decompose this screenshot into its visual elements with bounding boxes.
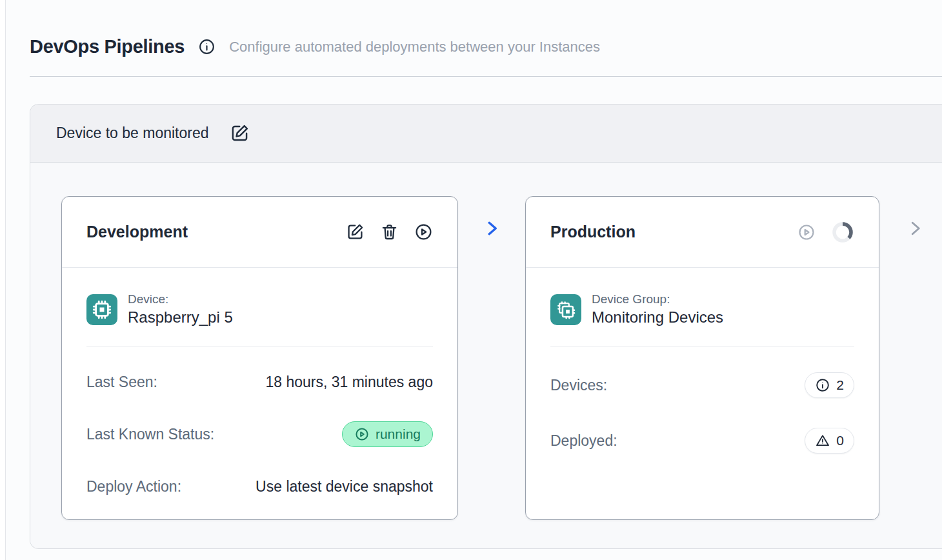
delete-stage-icon[interactable] — [380, 223, 399, 241]
info-circle-icon — [815, 377, 830, 393]
device-name: Raspberry_pi 5 — [128, 308, 233, 326]
status-badge: running — [342, 421, 433, 447]
card-divider — [550, 346, 854, 346]
run-stage-icon[interactable] — [414, 223, 433, 241]
stage-title-production: Production — [550, 223, 636, 241]
devices-row: Devices: 2 — [550, 372, 854, 398]
pipeline-stages: Development — [30, 163, 942, 549]
warning-triangle-icon — [815, 433, 830, 448]
production-card-header: Production — [526, 197, 879, 268]
stage-title-development: Development — [86, 223, 188, 241]
edit-stage-icon[interactable] — [346, 223, 365, 241]
device-row: Device: Raspberry_pi 5 — [86, 292, 433, 326]
edit-pipeline-icon[interactable] — [230, 123, 250, 143]
status-value: running — [376, 426, 421, 442]
devices-label: Devices: — [550, 377, 607, 394]
page-header: DevOps Pipelines Configure automated dep… — [30, 0, 942, 57]
deploy-action-row: Deploy Action: Use latest device snapsho… — [86, 477, 433, 496]
development-card-body: Device: Raspberry_pi 5 Last Seen: 18 hou… — [62, 268, 457, 526]
deployed-label: Deployed: — [550, 432, 617, 450]
cpu-chip-group-icon — [550, 294, 581, 325]
pipeline-name: Device to be monitored — [56, 125, 209, 142]
panel-next-chevron-icon[interactable] — [905, 219, 925, 241]
last-seen-row: Last Seen: 18 hours, 31 minutes ago — [86, 372, 433, 392]
production-actions — [797, 221, 854, 244]
run-stage-disabled-icon[interactable] — [797, 223, 816, 241]
cpu-chip-icon — [86, 294, 117, 325]
device-group-row: Device Group: Monitoring Devices — [550, 292, 854, 326]
deploy-action-value: Use latest device snapshot — [256, 478, 433, 495]
info-icon[interactable] — [198, 38, 215, 55]
last-seen-value: 18 hours, 31 minutes ago — [265, 374, 433, 391]
device-label: Device: — [128, 292, 233, 306]
deployed-row: Deployed: 0 — [550, 428, 854, 454]
stage-card-development: Development — [61, 196, 458, 520]
pipeline-panel: Device to be monitored Development — [30, 104, 942, 549]
development-actions — [346, 223, 433, 241]
development-card-header: Development — [62, 197, 457, 268]
deployed-count: 0 — [836, 433, 844, 448]
deploy-action-label: Deploy Action: — [86, 478, 181, 495]
status-row: Last Known Status: running — [86, 421, 433, 447]
pipeline-panel-header: Device to be monitored — [30, 105, 942, 163]
deployed-count-badge[interactable]: 0 — [805, 428, 854, 454]
stage-card-production: Production — [525, 196, 879, 520]
device-group-label: Device Group: — [592, 292, 723, 306]
last-seen-label: Last Seen: — [86, 374, 157, 391]
production-card-body: Device Group: Monitoring Devices Devices… — [526, 268, 879, 483]
device-group-name: Monitoring Devices — [592, 308, 723, 326]
play-circle-icon — [354, 426, 370, 442]
devops-pipelines-page: DevOps Pipelines Configure automated dep… — [5, 0, 942, 560]
loading-spinner-icon — [831, 221, 854, 244]
header-divider — [30, 76, 942, 77]
page-subtitle: Configure automated deployments between … — [229, 39, 600, 55]
page-title: DevOps Pipelines — [30, 36, 185, 57]
devices-count-badge[interactable]: 2 — [805, 372, 854, 398]
pipeline-flow-chevron-icon[interactable] — [458, 219, 525, 238]
status-label: Last Known Status: — [86, 426, 214, 443]
devices-count: 2 — [836, 377, 844, 393]
card-divider — [86, 346, 433, 346]
